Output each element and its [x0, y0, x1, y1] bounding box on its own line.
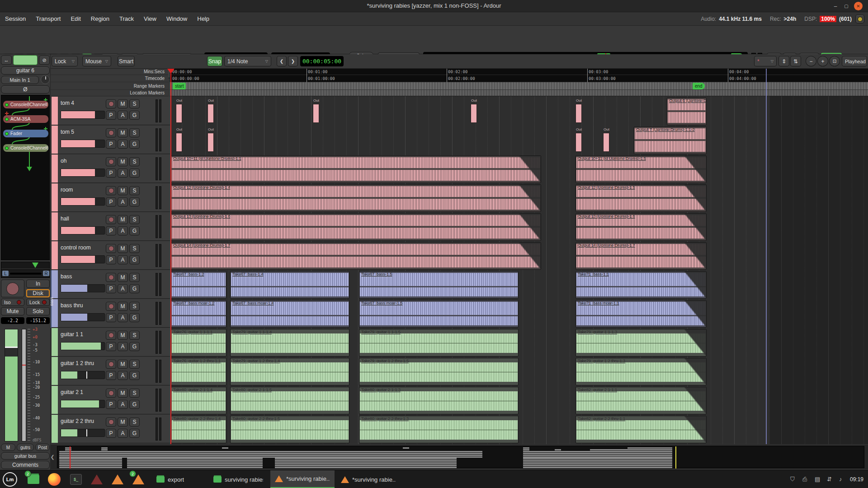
- timecode-ruler[interactable]: [170, 75, 868, 82]
- audio-region[interactable]: Take76_guitar 1 2 thru-1.1: [171, 358, 226, 385]
- processor-led-icon[interactable]: [5, 103, 9, 107]
- track-record-button[interactable]: [106, 186, 116, 195]
- snap-button[interactable]: Snap: [207, 56, 222, 66]
- processor-1[interactable]: ACM-3SA: [3, 115, 48, 123]
- audio-region[interactable]: Take80_guitar 2 1-1.3: [359, 387, 519, 414]
- mute-button[interactable]: Mute: [1, 307, 24, 315]
- processor-led-icon[interactable]: [5, 132, 9, 136]
- menu-item-edit[interactable]: Edit: [66, 12, 85, 26]
- track-header[interactable]: tom 4MSPAG: [58, 97, 170, 125]
- audio-region[interactable]: Take67_bass moar-1.5: [359, 300, 519, 328]
- track-playlist-button[interactable]: P: [106, 255, 116, 264]
- track-group-button[interactable]: G: [129, 255, 140, 264]
- track-header[interactable]: hallMSPAG: [58, 212, 170, 241]
- track-gain-bar[interactable]: [61, 169, 105, 177]
- track-mute-button[interactable]: M: [118, 302, 128, 311]
- track-gain-bar[interactable]: [61, 400, 105, 408]
- track-solo-button[interactable]: S: [129, 215, 140, 224]
- audio-region[interactable]: Output 12 (Ugritone Drums)-1.5: [576, 184, 707, 212]
- summary-view-end-line[interactable]: [675, 446, 676, 469]
- pan-left-button[interactable]: L: [2, 270, 9, 277]
- ruler-label-range-markers[interactable]: Range Markers: [51, 82, 168, 90]
- region-pip[interactable]: [603, 133, 609, 152]
- track-group-button[interactable]: G: [129, 169, 140, 178]
- menu-item-transport[interactable]: Transport: [31, 12, 66, 26]
- track-group-button[interactable]: G: [129, 342, 140, 351]
- audio-region[interactable]: Take79_guitar 1 2 thru-1.4: [230, 358, 349, 385]
- pan-right-button[interactable]: R: [42, 270, 50, 277]
- track-playlist-button[interactable]: P: [106, 226, 116, 235]
- region-pip[interactable]: [176, 104, 182, 123]
- comments-button[interactable]: Comments: [1, 461, 50, 469]
- mono-button[interactable]: M: [1, 444, 15, 451]
- app-orange[interactable]: [110, 472, 125, 487]
- track-group-button[interactable]: G: [129, 284, 140, 293]
- playhead-head-icon[interactable]: [167, 69, 175, 74]
- grid-combo[interactable]: 1/4 Note▽: [224, 56, 271, 66]
- strip-width-button[interactable]: ↔: [1, 56, 12, 65]
- track-solo-button[interactable]: S: [129, 302, 140, 311]
- track-record-button[interactable]: [106, 244, 116, 253]
- audio-region[interactable]: Output 10+11 (st Ugritone Drums)-1.5: [576, 155, 707, 183]
- ruler-label-timecode[interactable]: Timecode: [51, 75, 168, 82]
- track-gain-bar[interactable]: [61, 111, 105, 119]
- track-playlist-button[interactable]: P: [106, 429, 116, 438]
- audio-region[interactable]: Output 13 (Ugritone Drums)-1.6: [576, 213, 707, 241]
- minimize-button[interactable]: –: [830, 2, 840, 10]
- playhead[interactable]: [170, 69, 171, 444]
- track-mute-button[interactable]: M: [118, 331, 128, 340]
- track-mute-button[interactable]: M: [118, 273, 128, 282]
- audio-region[interactable]: Output 13 (Ugritone Drums)-1.6: [171, 213, 541, 241]
- nudge-forward-button[interactable]: ❯: [288, 56, 298, 66]
- zoom-session-button[interactable]: ⊡: [829, 56, 840, 66]
- track-name[interactable]: guitar 1 1: [61, 331, 83, 338]
- region-pip[interactable]: [208, 133, 214, 152]
- processor-2[interactable]: Fader: [3, 130, 48, 137]
- audio-region[interactable]: Take79_guitar 1 1-1.5: [359, 329, 519, 357]
- track-playlist-button[interactable]: P: [106, 111, 116, 120]
- files[interactable]: 2: [26, 472, 41, 487]
- track-record-button[interactable]: [106, 360, 116, 369]
- mint-menu[interactable]: Lm: [3, 472, 17, 487]
- track-solo-button[interactable]: S: [129, 273, 140, 282]
- solo-lock-button[interactable]: Lock: [26, 299, 50, 306]
- edit-mode-combo[interactable]: Mouse▽: [82, 56, 111, 66]
- track-mute-button[interactable]: M: [118, 418, 128, 427]
- track-group-button[interactable]: G: [129, 197, 140, 206]
- track-header[interactable]: bassMSPAG: [58, 270, 170, 299]
- record-enable-button[interactable]: [1, 280, 24, 297]
- track-name[interactable]: guitar 1 2 thru: [61, 360, 94, 366]
- panner[interactable]: L R: [1, 262, 50, 278]
- shield-icon[interactable]: ⛉: [790, 476, 795, 483]
- track-playlist-button[interactable]: P: [106, 313, 116, 322]
- nudge-clock[interactable]: 00:00:05:00: [300, 56, 344, 66]
- track-playlist-button[interactable]: P: [106, 400, 116, 409]
- track-name[interactable]: room: [61, 187, 73, 193]
- error-log-button[interactable]: [855, 14, 864, 23]
- track-gain-bar[interactable]: [61, 284, 105, 292]
- track-header[interactable]: guitar 2 2 thruMSPAG: [58, 415, 170, 443]
- app-red-triangle[interactable]: [90, 472, 104, 487]
- track-group-button[interactable]: G: [129, 226, 140, 235]
- track-record-button[interactable]: [106, 273, 116, 282]
- track-solo-button[interactable]: S: [129, 331, 140, 340]
- edit-point-combo[interactable]: Lock▽: [52, 56, 78, 66]
- track-playlist-button[interactable]: P: [106, 169, 116, 178]
- track-gain-bar[interactable]: [61, 197, 105, 206]
- menu-item-view[interactable]: View: [139, 12, 161, 26]
- region-pip[interactable]: [313, 104, 319, 123]
- audio-region[interactable]: Output 14 (Ugritone Drums)-1.7: [576, 242, 707, 270]
- track-group-button[interactable]: G: [129, 140, 140, 149]
- menu-item-window[interactable]: Window: [161, 12, 192, 26]
- processor-0[interactable]: Console8ChannelI: [3, 101, 48, 108]
- track-automation-button[interactable]: A: [118, 111, 128, 120]
- track-record-button[interactable]: [106, 215, 116, 224]
- group-button[interactable]: gutrs: [17, 444, 34, 451]
- track-gain-bar[interactable]: [61, 313, 105, 321]
- track-group-button[interactable]: G: [129, 111, 140, 120]
- track-solo-button[interactable]: S: [129, 128, 140, 137]
- track-name[interactable]: hall: [61, 216, 69, 222]
- region-pip[interactable]: [208, 104, 214, 123]
- printer-icon[interactable]: ⎙: [802, 476, 807, 483]
- solo-button-strip[interactable]: Solo: [26, 307, 50, 315]
